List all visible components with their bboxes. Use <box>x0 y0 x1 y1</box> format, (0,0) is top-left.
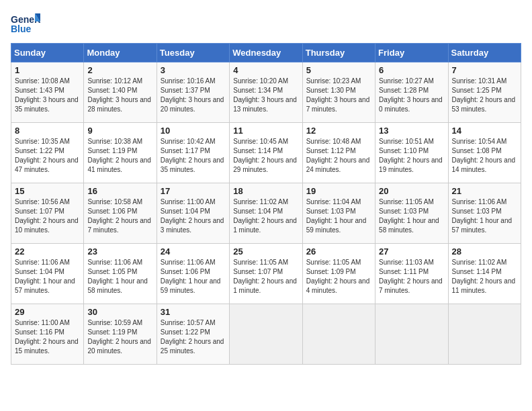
calendar-cell: 12 Sunrise: 10:48 AMSunset: 1:12 PMDayli… <box>302 123 375 183</box>
calendar-week-4: 22 Sunrise: 11:06 AMSunset: 1:04 PMDayli… <box>11 244 521 304</box>
calendar-cell: 30 Sunrise: 10:59 AMSunset: 1:19 PMDayli… <box>84 304 157 365</box>
day-info: Sunrise: 11:06 AMSunset: 1:06 PMDaylight… <box>161 259 221 294</box>
day-info: Sunrise: 11:03 AMSunset: 1:11 PMDaylight… <box>379 259 443 294</box>
day-number: 13 <box>379 126 444 136</box>
day-number: 14 <box>452 126 517 136</box>
day-info: Sunrise: 10:54 AMSunset: 1:08 PMDaylight… <box>452 138 516 173</box>
dow-header-saturday: Saturday <box>448 44 521 62</box>
calendar-cell: 18 Sunrise: 11:02 AMSunset: 1:04 PMDayli… <box>230 183 302 244</box>
day-info: Sunrise: 11:04 AMSunset: 1:03 PMDaylight… <box>306 198 367 234</box>
dow-header-friday: Friday <box>375 44 448 62</box>
day-number: 31 <box>161 307 226 317</box>
day-info: Sunrise: 11:00 AMSunset: 1:16 PMDaylight… <box>15 319 79 355</box>
calendar-cell: 14 Sunrise: 10:54 AMSunset: 1:08 PMDayli… <box>448 123 521 183</box>
day-number: 17 <box>161 186 226 196</box>
day-number: 12 <box>306 126 371 136</box>
day-info: Sunrise: 11:05 AMSunset: 1:09 PMDaylight… <box>306 259 370 294</box>
day-info: Sunrise: 11:00 AMSunset: 1:04 PMDaylight… <box>161 198 224 234</box>
calendar-cell: 5 Sunrise: 10:23 AMSunset: 1:30 PMDaylig… <box>302 62 375 123</box>
day-number: 1 <box>15 65 80 75</box>
calendar-cell <box>375 304 448 365</box>
day-info: Sunrise: 10:08 AMSunset: 1:43 PMDaylight… <box>15 77 79 113</box>
day-number: 11 <box>233 126 298 136</box>
dow-header-monday: Monday <box>84 44 157 62</box>
day-info: Sunrise: 10:48 AMSunset: 1:12 PMDaylight… <box>306 138 370 173</box>
calendar-cell: 20 Sunrise: 11:05 AMSunset: 1:03 PMDayli… <box>375 183 448 244</box>
calendar-cell: 17 Sunrise: 11:00 AMSunset: 1:04 PMDayli… <box>157 183 229 244</box>
calendar-cell: 11 Sunrise: 10:45 AMSunset: 1:14 PMDayli… <box>230 123 302 183</box>
day-number: 8 <box>15 126 80 136</box>
calendar-cell: 27 Sunrise: 11:03 AMSunset: 1:11 PMDayli… <box>375 244 448 304</box>
dow-header-thursday: Thursday <box>302 44 375 62</box>
calendar-week-3: 15 Sunrise: 10:56 AMSunset: 1:07 PMDayli… <box>11 183 521 244</box>
day-number: 25 <box>233 246 298 257</box>
day-number: 27 <box>379 246 444 257</box>
calendar-cell: 4 Sunrise: 10:20 AMSunset: 1:34 PMDaylig… <box>230 62 302 123</box>
calendar-cell: 8 Sunrise: 10:35 AMSunset: 1:22 PMDaylig… <box>11 123 84 183</box>
calendar-cell: 23 Sunrise: 11:06 AMSunset: 1:05 PMDayli… <box>84 244 157 304</box>
day-number: 21 <box>452 186 517 196</box>
day-info: Sunrise: 10:12 AMSunset: 1:40 PMDaylight… <box>87 77 151 113</box>
day-info: Sunrise: 10:31 AMSunset: 1:25 PMDaylight… <box>452 77 516 113</box>
day-number: 18 <box>233 186 298 196</box>
calendar-cell: 29 Sunrise: 11:00 AMSunset: 1:16 PMDayli… <box>11 304 84 365</box>
day-info: Sunrise: 10:20 AMSunset: 1:34 PMDaylight… <box>233 77 297 113</box>
calendar-week-2: 8 Sunrise: 10:35 AMSunset: 1:22 PMDaylig… <box>11 123 521 183</box>
day-number: 15 <box>15 186 80 196</box>
calendar-cell: 22 Sunrise: 11:06 AMSunset: 1:04 PMDayli… <box>11 244 84 304</box>
day-info: Sunrise: 11:05 AMSunset: 1:03 PMDaylight… <box>379 198 439 234</box>
day-number: 3 <box>161 65 226 75</box>
day-info: Sunrise: 10:51 AMSunset: 1:10 PMDaylight… <box>379 138 443 173</box>
day-number: 24 <box>161 246 226 257</box>
day-number: 7 <box>452 65 517 75</box>
day-number: 28 <box>452 246 517 257</box>
day-info: Sunrise: 10:16 AMSunset: 1:37 PMDaylight… <box>161 77 224 113</box>
dow-header-tuesday: Tuesday <box>157 44 229 62</box>
day-info: Sunrise: 10:57 AMSunset: 1:22 PMDaylight… <box>161 319 224 355</box>
day-info: Sunrise: 11:06 AMSunset: 1:04 PMDaylight… <box>15 259 75 294</box>
calendar-cell: 15 Sunrise: 10:56 AMSunset: 1:07 PMDayli… <box>11 183 84 244</box>
day-number: 6 <box>379 65 444 75</box>
calendar-cell: 26 Sunrise: 11:05 AMSunset: 1:09 PMDayli… <box>302 244 375 304</box>
day-number: 10 <box>161 126 226 136</box>
calendar-cell <box>448 304 521 365</box>
calendar-cell: 25 Sunrise: 11:05 AMSunset: 1:07 PMDayli… <box>230 244 302 304</box>
day-info: Sunrise: 10:23 AMSunset: 1:30 PMDaylight… <box>306 77 370 113</box>
calendar-cell: 10 Sunrise: 10:42 AMSunset: 1:17 PMDayli… <box>157 123 229 183</box>
day-number: 26 <box>306 246 371 257</box>
dow-header-wednesday: Wednesday <box>230 44 302 62</box>
calendar-cell <box>302 304 375 365</box>
day-info: Sunrise: 11:02 AMSunset: 1:04 PMDaylight… <box>233 198 297 234</box>
calendar-week-1: 1 Sunrise: 10:08 AMSunset: 1:43 PMDaylig… <box>11 62 521 123</box>
calendar-cell: 3 Sunrise: 10:16 AMSunset: 1:37 PMDaylig… <box>157 62 229 123</box>
calendar-cell: 24 Sunrise: 11:06 AMSunset: 1:06 PMDayli… <box>157 244 229 304</box>
page-header: General Blue <box>11 11 521 38</box>
day-number: 19 <box>306 186 371 196</box>
day-number: 29 <box>15 307 80 317</box>
svg-text:Blue: Blue <box>11 24 32 34</box>
day-number: 22 <box>15 246 80 257</box>
day-info: Sunrise: 10:58 AMSunset: 1:06 PMDaylight… <box>87 198 151 234</box>
dow-header-sunday: Sunday <box>11 44 84 62</box>
calendar-cell: 2 Sunrise: 10:12 AMSunset: 1:40 PMDaylig… <box>84 62 157 123</box>
day-number: 9 <box>87 126 152 136</box>
calendar-cell: 13 Sunrise: 10:51 AMSunset: 1:10 PMDayli… <box>375 123 448 183</box>
calendar-cell: 6 Sunrise: 10:27 AMSunset: 1:28 PMDaylig… <box>375 62 448 123</box>
logo-icon: General Blue <box>11 11 40 38</box>
day-info: Sunrise: 10:35 AMSunset: 1:22 PMDaylight… <box>15 138 79 173</box>
calendar-cell <box>230 304 302 365</box>
day-number: 20 <box>379 186 444 196</box>
calendar-cell: 19 Sunrise: 11:04 AMSunset: 1:03 PMDayli… <box>302 183 375 244</box>
logo: General Blue <box>11 11 43 38</box>
day-info: Sunrise: 10:45 AMSunset: 1:14 PMDaylight… <box>233 138 297 173</box>
calendar-cell: 31 Sunrise: 10:57 AMSunset: 1:22 PMDayli… <box>157 304 229 365</box>
day-info: Sunrise: 11:06 AMSunset: 1:03 PMDaylight… <box>452 198 513 234</box>
day-number: 23 <box>87 246 152 257</box>
day-number: 2 <box>87 65 152 75</box>
calendar-cell: 28 Sunrise: 11:02 AMSunset: 1:14 PMDayli… <box>448 244 521 304</box>
calendar-week-5: 29 Sunrise: 11:00 AMSunset: 1:16 PMDayli… <box>11 304 521 365</box>
calendar-cell: 7 Sunrise: 10:31 AMSunset: 1:25 PMDaylig… <box>448 62 521 123</box>
day-info: Sunrise: 10:59 AMSunset: 1:19 PMDaylight… <box>87 319 151 355</box>
day-number: 5 <box>306 65 371 75</box>
day-number: 30 <box>87 307 152 317</box>
